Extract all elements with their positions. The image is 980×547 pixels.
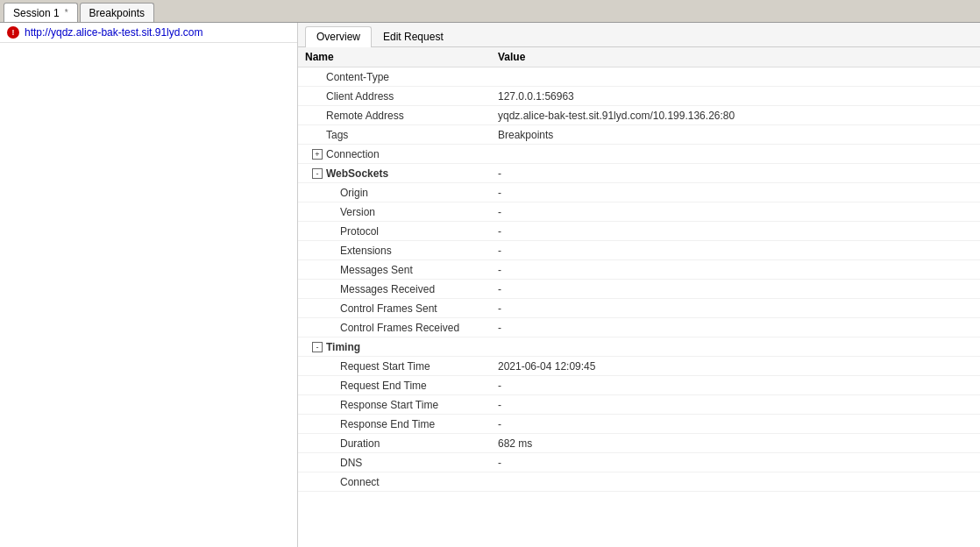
row-value-client_address: 127.0.0.1:56963 [498, 90, 973, 103]
row-label-response_start_time: Response Start Time [340, 399, 438, 411]
row-label-dns: DNS [340, 457, 362, 469]
row-name-origin: Origin [305, 187, 498, 199]
table-row[interactable]: -WebSockets- [298, 164, 980, 183]
expand-icon-websockets[interactable]: - [312, 168, 323, 179]
row-name-protocol: Protocol [305, 225, 498, 238]
table-row[interactable]: DNS- [298, 453, 980, 472]
row-name-version: Version [305, 206, 498, 218]
url-item[interactable]: ! http://yqdz.alice-bak-test.sit.91lyd.c… [0, 23, 297, 43]
table-row[interactable]: Control Frames Received- [298, 318, 980, 337]
row-label-control_frames_sent: Control Frames Sent [340, 302, 437, 315]
row-value-version: - [498, 206, 973, 218]
table-row[interactable]: Messages Received- [298, 280, 980, 299]
tab-breakpoints[interactable]: Breakpoints [80, 3, 154, 22]
row-name-control_frames_sent: Control Frames Sent [305, 302, 498, 315]
detail-table: Name Value Content-TypeClient Address127… [298, 47, 980, 547]
tab-overview[interactable]: Overview [305, 26, 372, 47]
row-label-content_type: Content-Type [326, 71, 389, 83]
row-name-connect: Connect [305, 476, 498, 488]
table-row[interactable]: Response End Time- [298, 415, 980, 434]
row-value-response_start_time: - [498, 399, 973, 411]
table-row[interactable]: -Timing [298, 337, 980, 357]
table-row[interactable]: Version- [298, 202, 980, 222]
row-value-request_end_time: - [498, 380, 973, 392]
row-value-messages_sent: - [498, 264, 973, 276]
row-label-client_address: Client Address [326, 90, 394, 103]
row-value-dns: - [498, 457, 973, 469]
row-label-origin: Origin [340, 187, 368, 199]
table-row[interactable]: Messages Sent- [298, 260, 980, 280]
row-name-request_end_time: Request End Time [305, 380, 498, 392]
row-name-duration: Duration [305, 437, 498, 450]
row-label-request_start_time: Request Start Time [340, 360, 430, 373]
row-name-websockets: -WebSockets [305, 167, 498, 180]
row-label-websockets: WebSockets [326, 167, 388, 180]
row-name-response_start_time: Response Start Time [305, 399, 498, 411]
tab-bar: Session 1 * Breakpoints [0, 0, 980, 23]
tab-session1[interactable]: Session 1 * [4, 3, 78, 22]
table-row[interactable]: Protocol- [298, 222, 980, 241]
row-label-extensions: Extensions [340, 245, 392, 257]
row-label-tags: Tags [326, 129, 348, 141]
tab-breakpoints-label: Breakpoints [89, 7, 145, 19]
main-layout: ! http://yqdz.alice-bak-test.sit.91lyd.c… [0, 23, 980, 547]
table-row[interactable]: Extensions- [298, 241, 980, 260]
tab-session1-modified: * [65, 8, 68, 18]
row-label-connect: Connect [340, 476, 380, 488]
table-row[interactable]: Content-Type [298, 67, 980, 87]
row-value-duration: 682 ms [498, 437, 973, 450]
row-value-extensions: - [498, 245, 973, 257]
table-row[interactable]: Duration682 ms [298, 434, 980, 453]
expand-icon-connection[interactable]: + [312, 149, 323, 160]
rows-container: Content-TypeClient Address127.0.0.1:5696… [298, 67, 980, 492]
table-row[interactable]: TagsBreakpoints [298, 125, 980, 145]
row-name-response_end_time: Response End Time [305, 418, 498, 430]
table-row[interactable]: Control Frames Sent- [298, 299, 980, 318]
row-label-remote_address: Remote Address [326, 110, 404, 122]
sub-tab-bar: Overview Edit Request [298, 23, 980, 47]
row-value-tags: Breakpoints [498, 129, 973, 141]
tab-edit-request[interactable]: Edit Request [372, 26, 455, 46]
table-row[interactable]: Request Start Time2021-06-04 12:09:45 [298, 357, 980, 376]
row-label-version: Version [340, 206, 375, 218]
table-row[interactable]: Remote Addressyqdz.alice-bak-test.sit.91… [298, 106, 980, 125]
row-label-request_end_time: Request End Time [340, 380, 427, 392]
row-value-protocol: - [498, 225, 973, 238]
right-panel: Overview Edit Request Name Value Content… [298, 23, 980, 547]
row-label-response_end_time: Response End Time [340, 418, 435, 430]
row-value-origin: - [498, 187, 973, 199]
left-panel: ! http://yqdz.alice-bak-test.sit.91lyd.c… [0, 23, 298, 547]
table-row[interactable]: Response Start Time- [298, 395, 980, 415]
row-name-messages_received: Messages Received [305, 283, 498, 295]
tab-overview-label: Overview [316, 31, 360, 43]
expand-icon-timing[interactable]: - [312, 342, 323, 352]
table-row[interactable]: Connect [298, 472, 980, 492]
col-value-header: Value [498, 51, 973, 63]
row-name-remote_address: Remote Address [305, 110, 498, 122]
row-name-timing: -Timing [305, 341, 498, 353]
table-row[interactable]: +Connection [298, 145, 980, 164]
table-row[interactable]: Origin- [298, 183, 980, 202]
row-label-protocol: Protocol [340, 225, 379, 238]
row-name-control_frames_received: Control Frames Received [305, 322, 498, 334]
tab-session1-label: Session 1 [13, 7, 60, 19]
row-label-control_frames_received: Control Frames Received [340, 322, 459, 334]
row-label-connection: Connection [326, 148, 380, 160]
row-value-messages_received: - [498, 283, 973, 295]
tab-edit-request-label: Edit Request [383, 31, 444, 43]
row-name-extensions: Extensions [305, 245, 498, 257]
row-value-control_frames_sent: - [498, 302, 973, 315]
table-header: Name Value [298, 47, 980, 67]
row-name-client_address: Client Address [305, 90, 498, 103]
table-row[interactable]: Request End Time- [298, 376, 980, 395]
row-label-messages_sent: Messages Sent [340, 264, 413, 276]
row-name-connection: +Connection [305, 148, 498, 160]
row-label-timing: Timing [326, 341, 360, 353]
table-row[interactable]: Client Address127.0.0.1:56963 [298, 87, 980, 106]
row-name-dns: DNS [305, 457, 498, 469]
row-name-content_type: Content-Type [305, 71, 498, 83]
url-text: http://yqdz.alice-bak-test.sit.91lyd.com [25, 26, 202, 39]
url-error-icon: ! [7, 26, 19, 39]
row-value-websockets: - [498, 167, 973, 180]
row-label-messages_received: Messages Received [340, 283, 435, 295]
